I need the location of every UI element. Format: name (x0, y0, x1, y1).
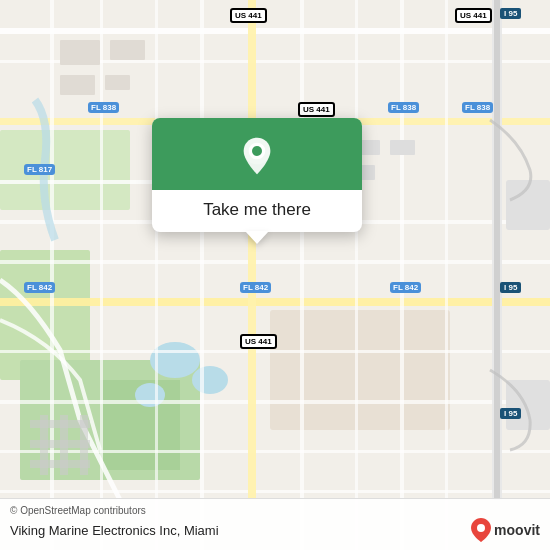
svg-point-5 (192, 366, 228, 394)
svg-rect-7 (270, 310, 450, 430)
svg-rect-29 (300, 0, 304, 550)
location-name: Viking Marine Electronics Inc, Miami (10, 523, 219, 538)
svg-rect-49 (105, 75, 130, 90)
badge-us441-lower: US 441 (240, 334, 277, 349)
svg-rect-0 (0, 130, 130, 210)
badge-us441-mid: US 441 (298, 102, 335, 117)
popup-card: Take me there (152, 118, 362, 232)
badge-fl838-right: FL 838 (462, 102, 493, 113)
svg-rect-36 (40, 415, 48, 475)
svg-rect-43 (390, 140, 415, 155)
svg-rect-24 (494, 0, 500, 500)
svg-rect-47 (110, 40, 145, 60)
svg-rect-12 (0, 298, 550, 306)
svg-rect-46 (60, 40, 100, 65)
osm-credit: © OpenStreetMap contributors (10, 505, 540, 516)
svg-rect-37 (60, 415, 68, 475)
svg-rect-48 (60, 75, 95, 95)
badge-i95-top: I 95 (500, 8, 521, 19)
svg-point-52 (252, 146, 262, 156)
moovit-pin-icon (471, 518, 491, 542)
svg-rect-17 (0, 350, 550, 353)
moovit-text: moovit (494, 522, 540, 538)
badge-us441-top: US 441 (230, 8, 267, 23)
map-roads (0, 0, 550, 550)
badge-i95-lower: I 95 (500, 408, 521, 419)
popup-label-section: Take me there (152, 190, 362, 232)
badge-i95-mid: I 95 (500, 282, 521, 293)
map-container: US 441 US 441 US 441 FL 838 FL 838 FL 83… (0, 0, 550, 550)
svg-rect-30 (355, 0, 358, 550)
badge-us441-top2: US 441 (455, 8, 492, 23)
svg-rect-27 (155, 0, 158, 550)
svg-rect-8 (0, 28, 550, 34)
badge-fl842-left: FL 842 (24, 282, 55, 293)
location-pin-icon (237, 136, 277, 176)
svg-rect-18 (0, 400, 550, 404)
svg-rect-38 (80, 415, 88, 475)
take-me-there-button[interactable]: Take me there (203, 200, 311, 220)
badge-fl842-right: FL 842 (390, 282, 421, 293)
svg-point-53 (477, 524, 485, 532)
svg-rect-31 (400, 0, 404, 550)
bottom-bar: © OpenStreetMap contributors Viking Mari… (0, 498, 550, 550)
svg-rect-28 (200, 0, 204, 550)
svg-rect-20 (0, 490, 550, 493)
popup-green-header (152, 118, 362, 190)
location-row: Viking Marine Electronics Inc, Miami moo… (10, 518, 540, 542)
badge-fl838-mid: FL 838 (388, 102, 419, 113)
moovit-logo: moovit (471, 518, 540, 542)
svg-rect-16 (0, 260, 550, 264)
badge-fl838-left: FL 838 (88, 102, 119, 113)
badge-fl842-mid: FL 842 (240, 282, 271, 293)
svg-rect-32 (445, 0, 448, 550)
badge-fl817: FL 817 (24, 164, 55, 175)
svg-rect-22 (248, 0, 256, 500)
